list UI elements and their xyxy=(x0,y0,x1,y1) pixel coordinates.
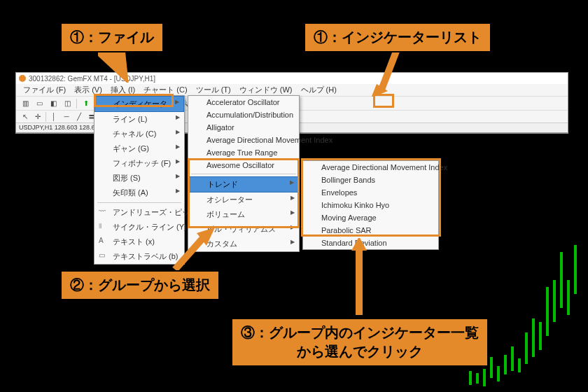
indicator-item-8[interactable]: オシレーター xyxy=(188,192,299,207)
indicator-item-4[interactable]: Average True Range xyxy=(188,146,299,159)
tb-hline-icon[interactable]: ─ xyxy=(60,111,73,122)
trend-dropdown: Average Directional Movement IndexBollin… xyxy=(302,160,439,250)
trend-item-4[interactable]: Moving Average xyxy=(303,211,438,224)
trend-item-0-label: Average Directional Movement Index xyxy=(321,163,447,172)
tb-vline-icon[interactable]: │ xyxy=(48,111,60,122)
callout-indicator-list: ①：インジケーターリスト xyxy=(304,22,491,52)
tb-order-icon[interactable]: ⬆ xyxy=(80,98,92,109)
indicator-item-1[interactable]: Accumulation/Distribution xyxy=(188,108,299,121)
indicator-item-3[interactable]: Average Directional Movement Index xyxy=(188,134,299,146)
insert-item-0[interactable]: インディケータ xyxy=(94,96,184,112)
insert-separator xyxy=(97,202,181,203)
insert-item-10-icon: A xyxy=(99,237,107,244)
indicator-item-0-label: Accelerator Oscillator xyxy=(206,98,280,106)
callout-file: ①：ファイル xyxy=(60,22,164,52)
tb-nav-icon[interactable]: ◫ xyxy=(61,98,74,109)
insert-item-4[interactable]: フィボナッチ (F) xyxy=(94,156,184,171)
insert-item-8-icon: 〰 xyxy=(99,207,107,215)
insert-item-5-label: 図形 (S) xyxy=(113,174,141,182)
insert-item-2-label: チャネル (C) xyxy=(113,130,156,138)
insert-item-10[interactable]: Aテキスト (x) xyxy=(94,234,184,249)
insert-item-11[interactable]: ▭テキストラベル (b) xyxy=(94,249,184,264)
tb-market-icon[interactable]: ◧ xyxy=(47,98,59,109)
indicator-item-5[interactable]: Awesome Oscillator xyxy=(188,159,299,172)
menu-window[interactable]: ウィンドウ (W) xyxy=(235,85,297,95)
arrow-to-trend-items xyxy=(335,238,384,322)
trend-item-1-label: Bollinger Bands xyxy=(321,176,375,184)
insert-item-6[interactable]: 矢印類 (A) xyxy=(94,186,184,200)
indicator-item-7-label: トレンド xyxy=(207,180,238,188)
menu-insert[interactable]: 挿入 (I) xyxy=(106,85,139,95)
trend-item-5-label: Parabolic SAR xyxy=(321,226,372,234)
callout-group-indicators: ③：グループ内のインジケーター一覧 から選んでクリック xyxy=(231,318,489,367)
insert-item-8[interactable]: 〰アンドリューズ・ピッチフォーク (A) xyxy=(94,205,184,220)
indicator-separator xyxy=(191,174,296,174)
indicator-item-3-label: Average Directional Movement Index xyxy=(206,136,332,144)
indicator-item-8-label: オシレーター xyxy=(206,195,253,204)
tb-cursor-icon[interactable]: ↖ xyxy=(19,111,31,122)
callout-group-select: ②：グループから選択 xyxy=(60,270,220,300)
menu-view[interactable]: 表示 (V) xyxy=(70,85,106,95)
insert-item-11-label: テキストラベル (b) xyxy=(113,252,178,260)
insert-item-2[interactable]: チャネル (C) xyxy=(94,127,184,141)
trend-item-5[interactable]: Parabolic SAR xyxy=(303,224,438,237)
tb-trendline-icon[interactable]: ╱ xyxy=(73,111,85,122)
insert-item-0-label: インディケータ xyxy=(113,99,167,108)
insert-item-9-icon: ⦀ xyxy=(99,222,107,230)
indicator-item-1-label: Accumulation/Distribution xyxy=(206,111,293,119)
insert-item-6-label: 矢印類 (A) xyxy=(113,188,148,197)
svg-line-4 xyxy=(175,238,203,270)
indicator-item-2-label: Alligator xyxy=(206,123,234,132)
trend-item-3[interactable]: Ichimoku Kinko Hyo xyxy=(303,199,438,211)
trend-item-2[interactable]: Envelopes xyxy=(303,186,438,199)
insert-item-1-label: ライン (L) xyxy=(113,115,148,123)
tb-crosshair-icon[interactable]: ✛ xyxy=(31,111,44,122)
svg-marker-7 xyxy=(351,238,367,251)
tb-new-icon[interactable]: ▥ xyxy=(19,98,31,109)
indicator-item-4-label: Average True Range xyxy=(206,148,277,157)
insert-item-5[interactable]: 図形 (S) xyxy=(94,171,184,186)
chart-candles xyxy=(462,231,588,392)
indicator-item-7[interactable]: トレンド xyxy=(188,176,299,192)
insert-item-9[interactable]: ⦀サイクル・ライン (Y) xyxy=(94,220,184,234)
trend-item-3-label: Ichimoku Kinko Hyo xyxy=(321,201,389,209)
insert-item-4-label: フィボナッチ (F) xyxy=(113,159,171,167)
indicator-item-0[interactable]: Accelerator Oscillator xyxy=(188,96,299,108)
trend-item-1[interactable]: Bollinger Bands xyxy=(303,174,438,186)
trend-item-4-label: Moving Average xyxy=(321,214,377,222)
insert-item-3[interactable]: ギャン (G) xyxy=(94,141,184,156)
trend-item-0[interactable]: Average Directional Movement Index xyxy=(303,161,438,174)
arrow-to-groups xyxy=(172,227,220,276)
menu-chart[interactable]: チャート (C) xyxy=(139,85,191,95)
menu-tool[interactable]: ツール (T) xyxy=(192,85,235,95)
insert-item-3-label: ギャン (G) xyxy=(113,144,149,153)
indicator-item-2[interactable]: Alligator xyxy=(188,121,299,134)
indicator-item-5-label: Awesome Oscillator xyxy=(206,161,274,169)
indicator-item-9-label: ボリューム xyxy=(206,210,245,218)
menu-help[interactable]: ヘルプ (H) xyxy=(297,85,341,95)
app-icon xyxy=(19,75,26,82)
menu-file[interactable]: ファイル (F) xyxy=(19,85,70,95)
insert-item-10-label: テキスト (x) xyxy=(113,237,155,246)
trend-item-2-label: Envelopes xyxy=(321,188,357,197)
insert-item-1[interactable]: ライン (L) xyxy=(94,112,184,127)
insert-item-11-icon: ▭ xyxy=(99,251,107,259)
tb-profile-icon[interactable]: ▭ xyxy=(33,98,46,109)
indicator-item-9[interactable]: ボリューム xyxy=(188,207,299,222)
